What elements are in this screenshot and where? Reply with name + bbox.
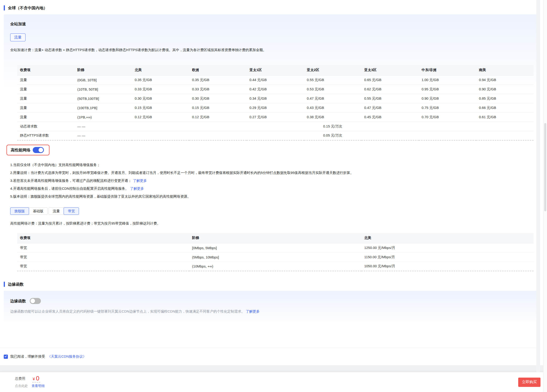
table-cell: 流量: [17, 84, 75, 94]
table-row: 流量(1PB,+∞)0.12 元/GB0.12 元/GB0.27 元/GB0.3…: [17, 112, 533, 122]
column-header: 欧洲: [189, 65, 246, 75]
table-cell: 带宽: [17, 243, 189, 252]
view-detail-link[interactable]: 查看明细: [32, 384, 45, 388]
edge-function-card: 边缘函数 边缘函数功能可以让企业研发人员将自定义的代码秒级一键部署到天翼云CDN…: [4, 291, 540, 321]
table-cell: 0.75 元/GB: [419, 103, 476, 112]
table-row: 流量(50TB,100TB]0.30 元/GB0.30 元/GB0.34 元/G…: [17, 94, 533, 103]
cdn-service-agreement-link[interactable]: 《天翼云CDN服务协议》: [47, 354, 86, 359]
table-cell: 0.90 元/GB: [419, 94, 476, 103]
note-text: 2.用量说明：当计费方式选择为带宽时，则按月95带宽峰值计费。开通首月、到期或者…: [10, 171, 354, 175]
column-header: 亚太2区: [304, 65, 362, 75]
dcdn-pricing-card: 全站加速 流量 全站加速计费：流量+ 动态请求数 + 静态HTTPS请求数，动态…: [4, 14, 540, 277]
note-line: 5.版本说明：旗舰版提供全球范围内的高性能网络资源，基础版提供除了亚太以外的其它…: [10, 193, 533, 200]
tab-item[interactable]: 旗舰版: [10, 207, 29, 215]
toggle-knob-icon: [30, 299, 35, 303]
table-cell: 0.35 元/GB: [132, 75, 189, 84]
edge-description-text: 边缘函数功能可以让企业研发人员将自定义的代码秒级一键部署到天翼云CDN边缘节点上…: [10, 309, 245, 313]
table-cell: 0.53 元/GB: [304, 84, 362, 94]
total-fee-block: 总费用 ¥0 点击此处 查看明细: [15, 375, 45, 388]
column-header: 北美: [132, 65, 189, 75]
table-cell: 0.15 元/GB: [132, 103, 189, 112]
table-cell: 带宽: [17, 262, 189, 271]
learn-more-link[interactable]: 了解更多: [130, 186, 144, 190]
table-cell: 0.94 元/GB: [476, 75, 533, 84]
table-cell: 0.62 元/GB: [362, 84, 419, 94]
card-title-dcdn: 全站加速: [10, 21, 533, 27]
note-line: 2.用量说明：当计费方式选择为带宽时，则按月95带宽峰值计费。开通首月、到期或者…: [10, 169, 533, 177]
table-cell: [0Mbps, 5Mbps]: [189, 243, 361, 252]
scrollbar-thumb[interactable]: [544, 123, 546, 211]
table-row: 流量(0GB, 10TB]0.35 元/GB0.35 元/GB0.44 元/GB…: [17, 75, 533, 84]
dcdn-pricing-table: 收费项阶梯北美欧洲亚太1区亚太2区亚太3区中东/非洲南美流量(0GB, 10TB…: [17, 65, 533, 140]
table-row: 带宽(10Mbps, +∞)1050.00 元/Mbps/月: [17, 262, 533, 271]
table-cell: 0.66 元/GB: [476, 103, 533, 112]
table-header-row: 收费项阶梯北美欧洲亚太1区亚太2区亚太3区中东/非洲南美: [17, 65, 533, 75]
section-header-edge: 边缘函数: [4, 282, 543, 287]
table-cell: 0.35 元/GB: [189, 75, 246, 84]
tab-item[interactable]: 基础版: [29, 207, 48, 215]
column-header: 亚太3区: [362, 65, 419, 75]
check-icon: [5, 355, 7, 357]
table-cell: 0.43 元/GB: [304, 103, 362, 112]
column-header: 中东/非洲: [419, 65, 476, 75]
table-cell: 静态HTTPS请求数: [17, 131, 75, 140]
table-cell: (5Mbps, 10Mbps]: [189, 252, 361, 262]
edge-toggle-label: 边缘函数: [10, 298, 26, 304]
total-price: ¥0: [32, 375, 40, 383]
note-line: 1.当前仅全球（不含中国内地）支持高性能网络增值服务；: [10, 161, 533, 169]
table-cell: 动态请求数: [17, 122, 75, 131]
section-accent-bar: [4, 282, 5, 287]
table-cell: (50TB,100TB]: [75, 94, 132, 103]
section-title-edge: 边缘函数: [8, 282, 24, 287]
table-cell: 1.00 元/GB: [419, 75, 476, 84]
table-cell: 0.85 元/GB: [476, 94, 533, 103]
edge-function-description: 边缘函数功能可以让企业研发人员将自定义的代码秒级一键部署到天翼云CDN边缘节点上…: [10, 309, 533, 314]
total-amount: 0: [36, 375, 39, 382]
table-row: 动态请求数— —0.15 元/万次: [17, 122, 533, 131]
hpn-billing-description: 高性能网络计费：流量为按月累计，按阶梯累进计费；带宽为按月95带宽峰值，按阶梯达…: [10, 221, 533, 226]
column-header: 收费项: [17, 233, 189, 243]
table-header-row: 收费项阶梯北美: [17, 233, 533, 243]
learn-more-link[interactable]: 了解更多: [246, 309, 260, 313]
hpn-version-tabs: 旗舰版基础版: [10, 207, 48, 215]
table-cell: 0.44 元/GB: [246, 75, 304, 84]
table-cell: 流量: [17, 94, 75, 103]
edge-function-toggle[interactable]: [30, 298, 41, 304]
tab-item[interactable]: 流量: [48, 207, 64, 215]
column-header: 北美: [362, 233, 533, 243]
table-cell: (0GB, 10TB]: [75, 75, 132, 84]
table-cell: 0.30 元/GB: [132, 94, 189, 103]
currency-symbol: ¥: [33, 377, 35, 381]
table-cell: 0.05 元/万次: [132, 131, 533, 140]
table-cell: 0.95 元/GB: [419, 84, 476, 94]
table-cell: 1050.00 元/Mbps/月: [362, 262, 533, 271]
tab-item[interactable]: 带宽: [64, 207, 79, 215]
learn-more-link[interactable]: 了解更多: [133, 179, 147, 183]
note-line: 4.开通高性能网络服务后，请前往CDN控制台自助配置开启高性能网络服务。了解更多: [10, 185, 533, 193]
hpn-toggle[interactable]: [33, 147, 44, 153]
table-cell: 0.65 元/GB: [362, 75, 419, 84]
table-cell: 0.55 元/GB: [362, 94, 419, 103]
table-cell: 0.15 元/万次: [132, 122, 533, 131]
column-header: 阶梯: [75, 65, 132, 75]
table-cell: 0.12 元/GB: [189, 112, 246, 122]
table-cell: 0.29 元/GB: [246, 103, 304, 112]
section-header-global: 全球（不含中国内地）: [4, 5, 543, 11]
window-scrollbar[interactable]: [543, 0, 547, 392]
table-cell: (1PB,+∞): [75, 112, 132, 122]
inner-scrollbar-track[interactable]: [536, 0, 540, 372]
buy-now-button[interactable]: 立即购买: [518, 378, 540, 387]
table-cell: 0.55 元/GB: [304, 75, 362, 84]
billing-type-tag-traffic[interactable]: 流量: [10, 34, 26, 41]
dcdn-billing-description: 全站加速计费：流量+ 动态请求数 + 静态HTTPS请求数，动态请求数和静态HT…: [10, 47, 533, 53]
agreement-checkbox[interactable]: [4, 355, 8, 359]
table-cell: 带宽: [17, 252, 189, 262]
table-cell: 0.15 元/GB: [189, 103, 246, 112]
fee-detail-row: 点击此处 查看明细: [15, 384, 45, 388]
table-cell: 0.38 元/GB: [304, 112, 362, 122]
table-cell: 0.47 元/GB: [304, 94, 362, 103]
table-row: 流量(10TB, 50TB]0.33 元/GB0.33 元/GB0.42 元/G…: [17, 84, 533, 94]
table-row: 流量(100TB,1PB]0.15 元/GB0.15 元/GB0.29 元/GB…: [17, 103, 533, 112]
table-cell: 1250.00 元/Mbps/月: [362, 243, 533, 252]
agreement-text: 我已阅读，理解并接受: [10, 354, 45, 359]
